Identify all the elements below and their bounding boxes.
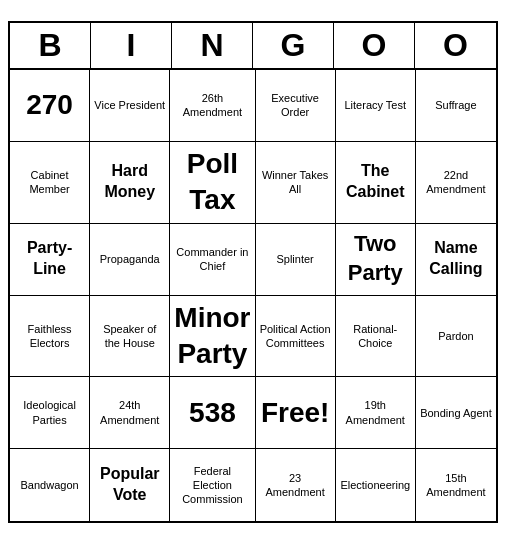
bingo-cell: 270 <box>10 70 90 142</box>
bingo-cell: 23 Amendment <box>256 449 336 521</box>
bingo-cell: Suffrage <box>416 70 496 142</box>
bingo-card: BINGOO 270Vice President26th AmendmentEx… <box>8 21 498 524</box>
bingo-cell: Name Calling <box>416 224 496 296</box>
header-letter: N <box>172 23 253 68</box>
bingo-cell: 26th Amendment <box>170 70 255 142</box>
bingo-cell: 24th Amendment <box>90 377 170 449</box>
bingo-cell: Executive Order <box>256 70 336 142</box>
bingo-cell: 22nd Amendment <box>416 142 496 224</box>
header-letter: B <box>10 23 91 68</box>
bingo-cell: Bonding Agent <box>416 377 496 449</box>
bingo-cell: Political Action Committees <box>256 296 336 378</box>
bingo-cell: Ideological Parties <box>10 377 90 449</box>
bingo-cell: Splinter <box>256 224 336 296</box>
bingo-cell: 15th Amendment <box>416 449 496 521</box>
bingo-cell: Speaker of the House <box>90 296 170 378</box>
bingo-cell: Winner Takes All <box>256 142 336 224</box>
header-letter: I <box>91 23 172 68</box>
bingo-cell: Faithless Electors <box>10 296 90 378</box>
bingo-cell: Popular Vote <box>90 449 170 521</box>
bingo-cell: Rational-Choice <box>336 296 416 378</box>
bingo-cell: Party-Line <box>10 224 90 296</box>
header-letter: G <box>253 23 334 68</box>
bingo-header: BINGOO <box>10 23 496 70</box>
bingo-cell: Free! <box>256 377 336 449</box>
bingo-cell: 19th Amendment <box>336 377 416 449</box>
bingo-cell: 538 <box>170 377 255 449</box>
bingo-cell: Two Party <box>336 224 416 296</box>
header-letter: O <box>334 23 415 68</box>
header-letter: O <box>415 23 496 68</box>
bingo-cell: Federal Election Commission <box>170 449 255 521</box>
bingo-cell: Pardon <box>416 296 496 378</box>
bingo-cell: Literacy Test <box>336 70 416 142</box>
bingo-cell: Propaganda <box>90 224 170 296</box>
bingo-cell: Electioneering <box>336 449 416 521</box>
bingo-grid: 270Vice President26th AmendmentExecutive… <box>10 70 496 522</box>
bingo-cell: The Cabinet <box>336 142 416 224</box>
bingo-cell: Poll Tax <box>170 142 255 224</box>
bingo-cell: Commander in Chief <box>170 224 255 296</box>
bingo-cell: Cabinet Member <box>10 142 90 224</box>
bingo-cell: Vice President <box>90 70 170 142</box>
bingo-cell: Minor Party <box>170 296 255 378</box>
bingo-cell: Bandwagon <box>10 449 90 521</box>
bingo-cell: Hard Money <box>90 142 170 224</box>
